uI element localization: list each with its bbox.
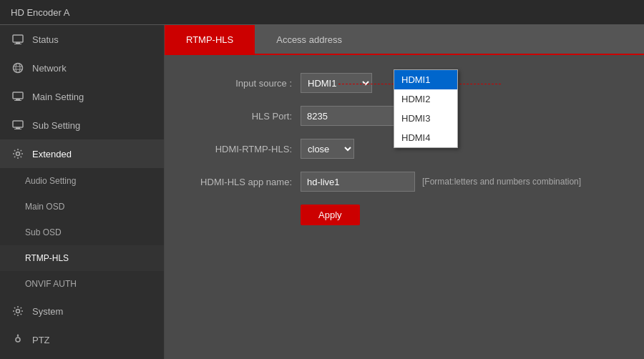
svg-point-4 [16, 64, 20, 73]
input-source-label: Input source : [186, 78, 301, 89]
sidebar-label-sub-setting: Sub Setting [32, 120, 80, 131]
sidebar-label-ptz: PTZ [32, 335, 50, 345]
sidebar-item-sub-osd[interactable]: Sub OSD [0, 220, 164, 245]
svg-point-14 [16, 310, 20, 313]
sidebar: Status Network [0, 25, 165, 359]
sidebar-label-extended: Extended [32, 149, 72, 159]
dropdown-option-hdmi3[interactable]: HDMI3 [394, 109, 457, 128]
dropdown-option-hdmi4[interactable]: HDMI4 [394, 128, 457, 147]
sidebar-item-main-osd[interactable]: Main OSD [0, 194, 164, 220]
apply-button[interactable]: Apply [301, 205, 360, 225]
svg-rect-7 [13, 92, 23, 99]
svg-rect-1 [16, 42, 20, 44]
hdmi-rtmp-hls-label: HDMI-RTMP-HLS: [186, 144, 301, 154]
svg-rect-2 [14, 44, 21, 44]
sidebar-item-system[interactable]: System [0, 297, 164, 325]
sidebar-item-extended[interactable]: Extended [0, 139, 164, 168]
sidebar-label-main-osd: Main OSD [25, 202, 64, 212]
sidebar-label-main-setting: Main Setting [32, 92, 84, 102]
dropdown-option-hdmi1[interactable]: HDMI1 [394, 70, 457, 89]
svg-rect-11 [16, 127, 20, 129]
dropdown-option-hdmi2[interactable]: HDMI2 [394, 89, 457, 109]
ptz-icon [11, 333, 25, 347]
sidebar-label-audio-setting: Audio Setting [25, 176, 76, 186]
input-source-dropdown: HDMI1 HDMI2 HDMI3 HDMI4 [394, 69, 458, 148]
monitor-icon [11, 32, 25, 46]
svg-rect-12 [14, 129, 21, 129]
app-title: HD Encoder A [11, 7, 69, 18]
sidebar-label-system: System [32, 306, 63, 317]
main-layout: Status Network [0, 25, 644, 359]
input-source-select[interactable]: HDMI1 HDMI2 HDMI3 HDMI4 [301, 73, 372, 93]
gear-icon [11, 147, 25, 161]
sidebar-label-rtmp-hls: RTMP-HLS [25, 253, 69, 263]
hdmi-hls-app-name-hint: [Format:letters and numbers combination] [422, 177, 581, 187]
svg-rect-9 [14, 100, 21, 101]
sidebar-item-audio-setting[interactable]: Audio Setting [0, 168, 164, 194]
svg-rect-10 [13, 121, 23, 127]
sidebar-item-onvif-auth[interactable]: ONVIF AUTH [0, 271, 164, 297]
sidebar-item-network[interactable]: Network [0, 54, 164, 82]
sidebar-label-onvif-auth: ONVIF AUTH [25, 279, 77, 289]
svg-point-15 [16, 338, 20, 342]
display-icon [11, 89, 25, 104]
display2-icon [11, 118, 25, 132]
sidebar-label-network: Network [32, 63, 67, 74]
svg-rect-8 [16, 99, 20, 100]
tab-bar: RTMP-HLS Access address [165, 25, 644, 55]
hls-port-label: HLS Port: [186, 111, 301, 122]
tab-rtmp-hls[interactable]: RTMP-HLS [165, 25, 255, 54]
sidebar-label-sub-osd: Sub OSD [25, 227, 62, 237]
tab-access-address[interactable]: Access address [255, 25, 364, 54]
hdmi-hls-app-name-row: HDMI-HLS app name: [Format:letters and n… [186, 172, 623, 192]
sidebar-item-sub-setting[interactable]: Sub Setting [0, 111, 164, 139]
hdmi-rtmp-hls-select[interactable]: close open [301, 139, 354, 159]
hdmi-hls-app-name-input[interactable] [301, 172, 415, 192]
sidebar-item-status[interactable]: Status [0, 25, 164, 54]
apply-row: Apply [186, 205, 623, 225]
sidebar-item-main-setting[interactable]: Main Setting [0, 82, 164, 111]
gear2-icon [11, 304, 25, 318]
globe-icon [11, 61, 25, 75]
svg-marker-17 [17, 334, 19, 336]
svg-rect-0 [13, 35, 23, 42]
title-bar: HD Encoder A [0, 0, 644, 25]
sidebar-label-status: Status [32, 34, 59, 45]
sidebar-item-rtmp-hls[interactable]: RTMP-HLS [0, 245, 164, 271]
sidebar-item-ptz[interactable]: PTZ [0, 325, 164, 354]
content-area: RTMP-HLS Access address Input source : H… [165, 25, 644, 359]
svg-point-13 [16, 152, 20, 156]
svg-point-3 [14, 64, 23, 73]
hdmi-hls-app-name-label: HDMI-HLS app name: [186, 177, 301, 187]
form-area: Input source : HDMI1 HDMI2 HDMI3 HDMI4 H… [165, 55, 644, 359]
